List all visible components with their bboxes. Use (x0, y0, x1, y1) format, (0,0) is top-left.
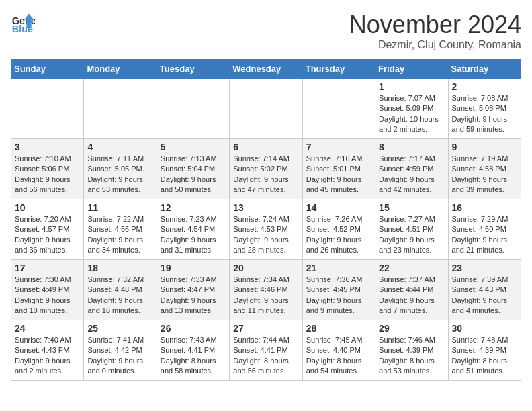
calendar-cell (230, 79, 302, 139)
day-number: 10 (15, 202, 80, 213)
calendar-cell: 7Sunrise: 7:16 AM Sunset: 5:01 PM Daylig… (302, 139, 375, 199)
day-info: Sunrise: 7:48 AM Sunset: 4:39 PM Dayligh… (452, 335, 517, 377)
day-info: Sunrise: 7:32 AM Sunset: 4:48 PM Dayligh… (87, 275, 152, 316)
day-number: 1 (379, 81, 444, 92)
day-info: Sunrise: 7:41 AM Sunset: 4:42 PM Dayligh… (87, 335, 152, 377)
calendar-cell: 3Sunrise: 7:10 AM Sunset: 5:06 PM Daylig… (11, 139, 84, 199)
day-number: 15 (379, 202, 444, 213)
day-info: Sunrise: 7:24 AM Sunset: 4:53 PM Dayligh… (233, 214, 298, 256)
logo-icon: General Blue (11, 11, 35, 35)
weekday-header-monday: Monday (84, 60, 157, 79)
day-info: Sunrise: 7:08 AM Sunset: 5:08 PM Dayligh… (452, 93, 517, 135)
day-number: 3 (15, 142, 80, 152)
calendar-cell: 2Sunrise: 7:08 AM Sunset: 5:08 PM Daylig… (448, 79, 521, 139)
day-number: 11 (87, 202, 152, 213)
weekday-header-tuesday: Tuesday (157, 60, 229, 79)
calendar-cell: 16Sunrise: 7:29 AM Sunset: 4:50 PM Dayli… (448, 199, 521, 260)
day-number: 26 (161, 323, 226, 334)
day-info: Sunrise: 7:46 AM Sunset: 4:39 PM Dayligh… (379, 335, 444, 377)
weekday-header-friday: Friday (375, 60, 448, 79)
week-row-5: 24Sunrise: 7:40 AM Sunset: 4:43 PM Dayli… (11, 320, 521, 381)
calendar-cell: 12Sunrise: 7:23 AM Sunset: 4:54 PM Dayli… (157, 199, 229, 260)
day-info: Sunrise: 7:16 AM Sunset: 5:01 PM Dayligh… (306, 154, 371, 195)
day-info: Sunrise: 7:23 AM Sunset: 4:54 PM Dayligh… (161, 214, 226, 256)
day-number: 2 (452, 81, 517, 92)
day-info: Sunrise: 7:07 AM Sunset: 5:09 PM Dayligh… (379, 93, 444, 135)
calendar-cell (84, 79, 157, 139)
calendar-cell: 6Sunrise: 7:14 AM Sunset: 5:02 PM Daylig… (230, 139, 302, 199)
weekday-header-thursday: Thursday (302, 60, 375, 79)
calendar-cell: 26Sunrise: 7:43 AM Sunset: 4:41 PM Dayli… (157, 320, 229, 381)
calendar-table: SundayMondayTuesdayWednesdayThursdayFrid… (11, 59, 521, 381)
day-info: Sunrise: 7:20 AM Sunset: 4:57 PM Dayligh… (15, 214, 80, 256)
calendar-cell: 25Sunrise: 7:41 AM Sunset: 4:42 PM Dayli… (84, 320, 157, 381)
day-number: 17 (15, 263, 80, 273)
calendar-cell (157, 79, 229, 139)
day-number: 23 (452, 263, 517, 273)
day-info: Sunrise: 7:43 AM Sunset: 4:41 PM Dayligh… (161, 335, 226, 377)
location-subtitle: Dezmir, Cluj County, Romania (349, 39, 521, 51)
day-number: 25 (87, 323, 152, 334)
day-info: Sunrise: 7:17 AM Sunset: 4:59 PM Dayligh… (379, 154, 444, 195)
calendar-cell: 20Sunrise: 7:34 AM Sunset: 4:46 PM Dayli… (230, 260, 302, 320)
calendar-cell: 29Sunrise: 7:46 AM Sunset: 4:39 PM Dayli… (375, 320, 448, 381)
day-number: 16 (452, 202, 517, 213)
day-number: 19 (161, 263, 226, 273)
day-number: 18 (87, 263, 152, 273)
day-number: 24 (15, 323, 80, 334)
day-number: 4 (87, 142, 152, 152)
day-number: 6 (233, 142, 298, 152)
day-info: Sunrise: 7:40 AM Sunset: 4:43 PM Dayligh… (15, 335, 80, 377)
calendar-cell: 30Sunrise: 7:48 AM Sunset: 4:39 PM Dayli… (448, 320, 521, 381)
week-row-4: 17Sunrise: 7:30 AM Sunset: 4:49 PM Dayli… (11, 260, 521, 320)
day-info: Sunrise: 7:10 AM Sunset: 5:06 PM Dayligh… (15, 154, 80, 195)
title-block: November 2024 Dezmir, Cluj County, Roman… (349, 11, 521, 51)
day-number: 21 (306, 263, 371, 273)
header: General Blue November 2024 Dezmir, Cluj … (11, 11, 521, 51)
day-info: Sunrise: 7:45 AM Sunset: 4:40 PM Dayligh… (306, 335, 371, 377)
day-info: Sunrise: 7:19 AM Sunset: 4:58 PM Dayligh… (452, 154, 517, 195)
calendar-cell: 21Sunrise: 7:36 AM Sunset: 4:45 PM Dayli… (302, 260, 375, 320)
day-info: Sunrise: 7:22 AM Sunset: 4:56 PM Dayligh… (87, 214, 152, 256)
calendar-cell: 17Sunrise: 7:30 AM Sunset: 4:49 PM Dayli… (11, 260, 84, 320)
calendar-cell: 8Sunrise: 7:17 AM Sunset: 4:59 PM Daylig… (375, 139, 448, 199)
day-info: Sunrise: 7:29 AM Sunset: 4:50 PM Dayligh… (452, 214, 517, 256)
calendar-cell (302, 79, 375, 139)
day-number: 27 (233, 323, 298, 334)
weekday-header-row: SundayMondayTuesdayWednesdayThursdayFrid… (11, 60, 521, 79)
month-title: November 2024 (349, 11, 521, 39)
weekday-header-wednesday: Wednesday (230, 60, 302, 79)
calendar-cell: 27Sunrise: 7:44 AM Sunset: 4:41 PM Dayli… (230, 320, 302, 381)
calendar-cell: 14Sunrise: 7:26 AM Sunset: 4:52 PM Dayli… (302, 199, 375, 260)
day-number: 5 (161, 142, 226, 152)
calendar-cell: 11Sunrise: 7:22 AM Sunset: 4:56 PM Dayli… (84, 199, 157, 260)
day-number: 9 (452, 142, 517, 152)
day-number: 12 (161, 202, 226, 213)
calendar-cell: 1Sunrise: 7:07 AM Sunset: 5:09 PM Daylig… (375, 79, 448, 139)
day-info: Sunrise: 7:34 AM Sunset: 4:46 PM Dayligh… (233, 275, 298, 316)
weekday-header-sunday: Sunday (11, 60, 84, 79)
week-row-2: 3Sunrise: 7:10 AM Sunset: 5:06 PM Daylig… (11, 139, 521, 199)
calendar-cell: 15Sunrise: 7:27 AM Sunset: 4:51 PM Dayli… (375, 199, 448, 260)
day-info: Sunrise: 7:13 AM Sunset: 5:04 PM Dayligh… (161, 154, 226, 195)
logo: General Blue (11, 11, 35, 35)
day-info: Sunrise: 7:44 AM Sunset: 4:41 PM Dayligh… (233, 335, 298, 377)
day-number: 13 (233, 202, 298, 213)
day-info: Sunrise: 7:36 AM Sunset: 4:45 PM Dayligh… (306, 275, 371, 316)
week-row-3: 10Sunrise: 7:20 AM Sunset: 4:57 PM Dayli… (11, 199, 521, 260)
day-info: Sunrise: 7:14 AM Sunset: 5:02 PM Dayligh… (233, 154, 298, 195)
day-info: Sunrise: 7:27 AM Sunset: 4:51 PM Dayligh… (379, 214, 444, 256)
calendar-cell: 10Sunrise: 7:20 AM Sunset: 4:57 PM Dayli… (11, 199, 84, 260)
day-number: 22 (379, 263, 444, 273)
calendar-cell: 22Sunrise: 7:37 AM Sunset: 4:44 PM Dayli… (375, 260, 448, 320)
day-info: Sunrise: 7:33 AM Sunset: 4:47 PM Dayligh… (161, 275, 226, 316)
calendar-cell: 5Sunrise: 7:13 AM Sunset: 5:04 PM Daylig… (157, 139, 229, 199)
day-number: 29 (379, 323, 444, 334)
day-number: 28 (306, 323, 371, 334)
calendar-cell: 13Sunrise: 7:24 AM Sunset: 4:53 PM Dayli… (230, 199, 302, 260)
calendar-cell: 23Sunrise: 7:39 AM Sunset: 4:43 PM Dayli… (448, 260, 521, 320)
day-info: Sunrise: 7:39 AM Sunset: 4:43 PM Dayligh… (452, 275, 517, 316)
day-number: 7 (306, 142, 371, 152)
day-info: Sunrise: 7:26 AM Sunset: 4:52 PM Dayligh… (306, 214, 371, 256)
day-number: 14 (306, 202, 371, 213)
